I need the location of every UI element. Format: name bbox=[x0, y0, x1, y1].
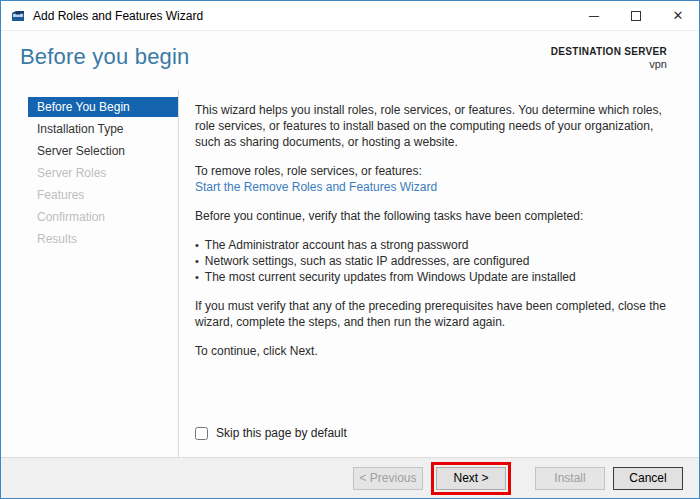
bullet-icon: • bbox=[195, 269, 199, 285]
list-item: • Network settings, such as static IP ad… bbox=[195, 253, 677, 269]
title-bar: Add Roles and Features Wizard ─ ✕ bbox=[1, 1, 699, 31]
window-title: Add Roles and Features Wizard bbox=[33, 9, 573, 23]
next-button[interactable]: Next > bbox=[436, 467, 506, 490]
skip-page-row: Skip this page by default bbox=[195, 425, 677, 441]
wizard-footer: < Previous Next > Install Cancel bbox=[1, 457, 699, 498]
list-item: • The Administrator account has a strong… bbox=[195, 237, 677, 253]
wizard-steps-sidebar: Before You Begin Installation Type Serve… bbox=[1, 90, 179, 457]
remove-roles-link[interactable]: Start the Remove Roles and Features Wiza… bbox=[195, 179, 677, 195]
wizard-window: Add Roles and Features Wizard ─ ✕ Before… bbox=[0, 0, 700, 499]
prerequisite-text: The most current security updates from W… bbox=[205, 269, 576, 285]
cancel-button[interactable]: Cancel bbox=[613, 467, 683, 490]
continue-text: To continue, click Next. bbox=[195, 343, 677, 359]
page-title: Before you begin bbox=[20, 44, 190, 70]
sidebar-item-server-roles: Server Roles bbox=[28, 163, 178, 183]
close-button[interactable]: ✕ bbox=[657, 1, 699, 30]
destination-server-block: DESTINATION SERVER vpn bbox=[551, 44, 667, 70]
install-button: Install bbox=[535, 467, 605, 490]
sidebar-item-confirmation: Confirmation bbox=[28, 207, 178, 227]
prerequisite-text: The Administrator account has a strong p… bbox=[205, 237, 468, 253]
remove-heading: To remove roles, role services, or featu… bbox=[195, 163, 677, 179]
maximize-button[interactable] bbox=[615, 1, 657, 30]
destination-server-name: vpn bbox=[551, 58, 667, 70]
prerequisite-list: • The Administrator account has a strong… bbox=[195, 237, 677, 285]
window-controls: ─ ✕ bbox=[573, 1, 699, 30]
skip-checkbox[interactable] bbox=[195, 427, 208, 440]
skip-checkbox-label[interactable]: Skip this page by default bbox=[216, 425, 347, 441]
wizard-header: Before you begin DESTINATION SERVER vpn bbox=[1, 31, 699, 90]
note-paragraph: If you must verify that any of the prece… bbox=[195, 298, 677, 330]
destination-server-label: DESTINATION SERVER bbox=[551, 46, 667, 57]
sidebar-item-results: Results bbox=[28, 229, 178, 249]
bullet-icon: • bbox=[195, 253, 199, 269]
previous-button: < Previous bbox=[353, 467, 423, 490]
sidebar-item-before-you-begin[interactable]: Before You Begin bbox=[28, 97, 178, 117]
list-item: • The most current security updates from… bbox=[195, 269, 677, 285]
bullet-icon: • bbox=[195, 237, 199, 253]
maximize-icon bbox=[631, 11, 641, 21]
wizard-body: Before You Begin Installation Type Serve… bbox=[1, 90, 699, 457]
sidebar-item-installation-type[interactable]: Installation Type bbox=[28, 119, 178, 139]
next-button-highlight-annotation: Next > bbox=[431, 462, 511, 495]
verify-heading: Before you continue, verify that the fol… bbox=[195, 208, 677, 224]
sidebar-item-features: Features bbox=[28, 185, 178, 205]
wizard-content: This wizard helps you install roles, rol… bbox=[179, 90, 699, 457]
minimize-button[interactable]: ─ bbox=[573, 1, 615, 30]
prerequisite-text: Network settings, such as static IP addr… bbox=[205, 253, 530, 269]
intro-paragraph: This wizard helps you install roles, rol… bbox=[195, 102, 677, 150]
sidebar-item-server-selection[interactable]: Server Selection bbox=[28, 141, 178, 161]
server-manager-icon bbox=[10, 8, 26, 24]
